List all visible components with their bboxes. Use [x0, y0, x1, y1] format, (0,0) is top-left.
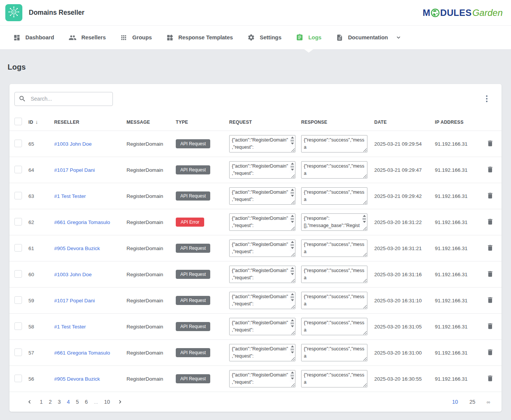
select-all-checkbox[interactable]	[14, 118, 22, 125]
reseller-link[interactable]: #905 Devora Buzick	[54, 246, 100, 251]
nav-item-dashboard[interactable]: Dashboard	[6, 26, 61, 49]
nav-item-documentation[interactable]: Documentation	[329, 26, 409, 49]
scroll-thumb[interactable]	[291, 296, 294, 298]
response-box[interactable]: {"response":"success","messa ge_base":"R…	[301, 318, 367, 335]
scroll-up-icon[interactable]	[291, 345, 294, 347]
scroll-thumb[interactable]	[291, 270, 294, 272]
resize-grip-icon[interactable]	[291, 383, 295, 387]
response-box[interactable]: {"response":"success","messa ge_base":"R…	[301, 266, 367, 283]
row-checkbox[interactable]	[14, 348, 22, 356]
scroll-down-icon[interactable]	[363, 221, 366, 223]
scrollbar[interactable]	[290, 214, 295, 226]
reseller-link[interactable]: #1017 Popel Dani	[54, 298, 95, 303]
prev-page-button[interactable]	[26, 398, 33, 405]
scroll-down-icon[interactable]	[291, 143, 294, 145]
page-size-option[interactable]: 25	[469, 399, 475, 405]
delete-button[interactable]	[484, 294, 497, 307]
delete-button[interactable]	[484, 372, 497, 385]
scroll-thumb[interactable]	[291, 218, 294, 220]
response-box[interactable]: {"response":"success","messa ge_base":"R…	[301, 344, 367, 361]
scroll-up-icon[interactable]	[291, 241, 294, 243]
column-header-date[interactable]: DATE	[374, 120, 435, 125]
column-header-ip[interactable]: IP ADDRESS	[435, 120, 479, 125]
next-page-button[interactable]	[117, 398, 123, 405]
delete-button[interactable]	[484, 137, 497, 150]
resize-grip-icon[interactable]	[291, 148, 295, 152]
scrollbar[interactable]	[290, 188, 295, 199]
delete-button[interactable]	[484, 216, 497, 229]
scroll-up-icon[interactable]	[291, 163, 294, 165]
page-number[interactable]: 6	[85, 399, 88, 405]
response-box[interactable]: {"response":"success","messa ge_base":"R…	[301, 187, 367, 205]
scroll-thumb[interactable]	[291, 140, 294, 142]
scroll-up-icon[interactable]	[291, 267, 294, 269]
delete-button[interactable]	[484, 190, 497, 202]
page-number[interactable]: 10	[104, 399, 110, 405]
request-box[interactable]: {"action":"RegisterDomain" ,"request":	[229, 292, 295, 309]
reseller-link[interactable]: #1 Test Tester	[54, 193, 86, 199]
more-options-button[interactable]	[481, 93, 492, 104]
scroll-up-icon[interactable]	[291, 319, 294, 321]
scroll-up-icon[interactable]	[291, 293, 294, 295]
row-checkbox[interactable]	[14, 375, 22, 382]
scroll-thumb[interactable]	[291, 166, 294, 168]
row-checkbox[interactable]	[14, 140, 22, 147]
request-box[interactable]: {"action":"RegisterDomain" ,"request":	[229, 135, 295, 152]
scroll-up-icon[interactable]	[291, 215, 294, 217]
scroll-down-icon[interactable]	[291, 273, 294, 275]
row-checkbox[interactable]	[14, 166, 22, 173]
request-box[interactable]: {"action":"RegisterDomain" ,"request":	[229, 344, 295, 361]
response-box[interactable]: {"response":"success","messa ge_base":"R…	[301, 370, 367, 387]
response-box[interactable]: {"response":"success","messa ge_base":"R…	[301, 135, 367, 152]
delete-button[interactable]	[484, 320, 497, 333]
resize-grip-icon[interactable]	[291, 226, 295, 230]
scroll-down-icon[interactable]	[291, 378, 294, 380]
page-size-option[interactable]: ∞	[487, 399, 490, 405]
nav-item-groups[interactable]: Groups	[113, 26, 159, 49]
row-checkbox[interactable]	[14, 296, 22, 304]
request-box[interactable]: {"action":"RegisterDomain" ,"request":	[229, 318, 295, 335]
scroll-up-icon[interactable]	[291, 372, 294, 373]
scroll-thumb[interactable]	[291, 348, 294, 350]
row-checkbox[interactable]	[14, 192, 22, 199]
request-box[interactable]: {"action":"RegisterDomain" ,"request":	[229, 266, 295, 283]
page-number[interactable]: 2	[49, 399, 52, 405]
scrollbar[interactable]	[290, 371, 295, 382]
resize-grip-icon[interactable]	[291, 331, 295, 334]
page-number[interactable]: 1	[40, 399, 43, 405]
scroll-down-icon[interactable]	[291, 169, 294, 171]
resize-grip-icon[interactable]	[291, 357, 295, 361]
scroll-down-icon[interactable]	[291, 247, 294, 249]
column-header-id[interactable]: ID ↓	[28, 119, 54, 125]
scroll-thumb[interactable]	[363, 218, 366, 220]
scroll-thumb[interactable]	[291, 192, 294, 194]
column-header-message[interactable]: MESSAGE	[127, 120, 176, 125]
resize-grip-icon[interactable]	[291, 252, 295, 256]
scroll-up-icon[interactable]	[363, 215, 366, 217]
resize-grip-icon[interactable]	[291, 174, 295, 178]
request-box[interactable]: {"action":"RegisterDomain" ,"request":	[229, 161, 295, 179]
resize-grip-icon[interactable]	[363, 226, 367, 230]
resize-grip-icon[interactable]	[291, 278, 295, 282]
column-header-response[interactable]: RESPONSE	[301, 120, 374, 125]
response-box[interactable]: {"response":"success","messa ge_base":"R…	[301, 161, 367, 179]
reseller-link[interactable]: #905 Devora Buzick	[54, 376, 100, 382]
scrollbar[interactable]	[290, 136, 295, 147]
nav-item-settings[interactable]: Settings	[240, 26, 289, 49]
column-header-reseller[interactable]: RESELLER	[54, 120, 127, 125]
reseller-link[interactable]: #1 Test Tester	[54, 324, 86, 330]
scrollbar[interactable]	[362, 214, 367, 226]
scroll-down-icon[interactable]	[291, 325, 294, 327]
page-number[interactable]: 5	[76, 399, 79, 405]
scrollbar[interactable]	[290, 345, 295, 356]
reseller-link[interactable]: #1003 John Doe	[54, 141, 92, 147]
scrollbar[interactable]	[290, 162, 295, 173]
scrollbar[interactable]	[290, 266, 295, 278]
delete-button[interactable]	[484, 242, 497, 255]
scroll-thumb[interactable]	[291, 322, 294, 324]
scrollbar[interactable]	[290, 240, 295, 252]
column-header-type[interactable]: TYPE	[176, 120, 229, 125]
reseller-link[interactable]: #1017 Popel Dani	[54, 167, 95, 173]
scrollbar[interactable]	[290, 292, 295, 304]
page-number[interactable]: 4	[67, 399, 70, 405]
